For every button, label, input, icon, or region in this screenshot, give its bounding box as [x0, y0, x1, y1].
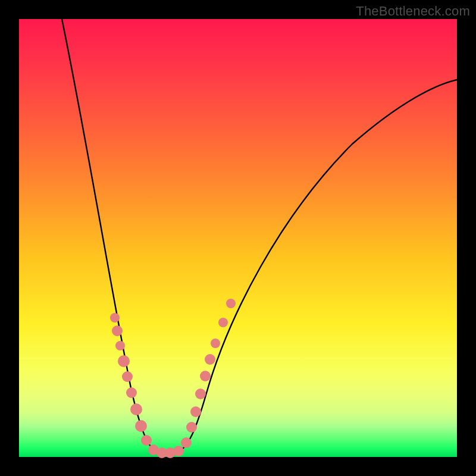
data-marker [126, 387, 137, 398]
chart-frame: TheBottleneck.com [0, 0, 476, 476]
watermark-text: TheBottleneck.com [356, 4, 470, 19]
data-marker [122, 371, 133, 382]
data-marker [205, 354, 215, 365]
data-marker [141, 435, 152, 446]
data-marker [226, 299, 236, 308]
data-marker [135, 420, 147, 432]
data-marker [200, 371, 211, 381]
bottleneck-curve [62, 19, 457, 453]
data-marker [181, 437, 192, 448]
data-marker [195, 389, 206, 399]
data-marker [115, 341, 125, 350]
data-marker [186, 422, 197, 433]
data-marker [173, 446, 184, 456]
curve-svg [19, 19, 457, 457]
data-marker [112, 325, 123, 336]
data-marker [130, 403, 142, 415]
data-marker [110, 313, 120, 322]
marker-layer [110, 299, 236, 458]
plot-area [19, 19, 457, 457]
data-marker [118, 355, 130, 367]
data-marker [190, 406, 201, 417]
data-marker [211, 339, 220, 348]
data-marker [218, 318, 228, 327]
